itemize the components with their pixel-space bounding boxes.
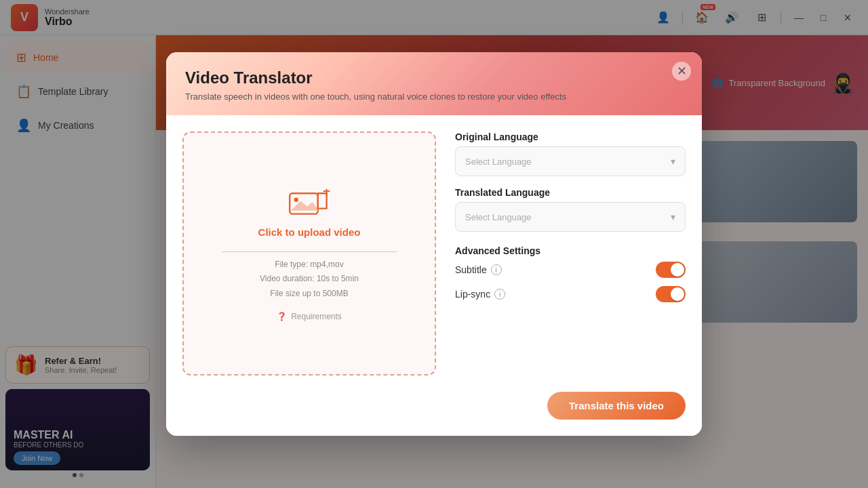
svg-point-2 [294, 197, 298, 201]
lipsync-left: Lip-sync i [455, 289, 505, 300]
upload-area[interactable]: Click to upload video File type: mp4,mov… [182, 131, 436, 375]
requirements-link[interactable]: ❓ Requirements [277, 312, 342, 321]
modal-subtitle: Translate speech in videos with one touc… [185, 92, 683, 102]
original-language-dropdown[interactable]: Select Language ▾ [455, 146, 686, 176]
lipsync-info-icon[interactable]: i [494, 289, 505, 300]
modal-footer: Translate this video [166, 392, 702, 436]
translated-language-chevron: ▾ [671, 211, 675, 222]
translated-language-dropdown[interactable]: Select Language ▾ [455, 202, 686, 232]
upload-info: File type: mp4,mov Video duration: 10s t… [260, 258, 359, 302]
translated-language-section: Translated Language Select Language ▾ [455, 187, 686, 232]
advanced-settings-section: Advanced Settings Subtitle i Lip-sync i [455, 243, 686, 310]
size-info: File size up to 500MB [260, 287, 359, 302]
svg-marker-3 [291, 201, 319, 210]
svg-marker-1 [318, 193, 327, 208]
upload-icon [288, 186, 331, 218]
original-language-label: Original Language [455, 131, 686, 142]
translated-language-label: Translated Language [455, 187, 686, 198]
original-language-value: Select Language [465, 157, 532, 167]
advanced-settings-label: Advanced Settings [455, 245, 686, 256]
requirements-icon: ❓ [277, 312, 287, 321]
duration-info: Video duration: 10s to 5min [260, 272, 359, 287]
translated-language-value: Select Language [465, 212, 532, 222]
subtitle-toggle[interactable] [656, 262, 686, 278]
original-language-chevron: ▾ [671, 156, 675, 167]
lipsync-label: Lip-sync [455, 289, 490, 300]
subtitle-info-icon[interactable]: i [491, 264, 502, 275]
original-language-section: Original Language Select Language ▾ [455, 131, 686, 176]
modal-close-button[interactable]: ✕ [672, 62, 691, 81]
video-translator-modal: Video Translator Translate speech in vid… [166, 52, 702, 436]
lipsync-toggle[interactable] [656, 286, 686, 302]
file-type-info: File type: mp4,mov [260, 258, 359, 272]
upload-text: Click to upload video [258, 226, 361, 238]
subtitle-row: Subtitle i [455, 262, 686, 278]
subtitle-label: Subtitle [455, 264, 487, 275]
settings-panel: Original Language Select Language ▾ Tran… [455, 131, 686, 375]
modal-header: Video Translator Translate speech in vid… [166, 52, 702, 115]
upload-divider [222, 251, 397, 252]
translate-button[interactable]: Translate this video [547, 392, 686, 420]
modal-body: Click to upload video File type: mp4,mov… [166, 115, 702, 392]
lipsync-row: Lip-sync i [455, 286, 686, 302]
modal-overlay: Video Translator Translate speech in vid… [0, 0, 868, 488]
modal-title: Video Translator [185, 68, 683, 87]
subtitle-left: Subtitle i [455, 264, 502, 275]
requirements-label: Requirements [291, 312, 342, 321]
